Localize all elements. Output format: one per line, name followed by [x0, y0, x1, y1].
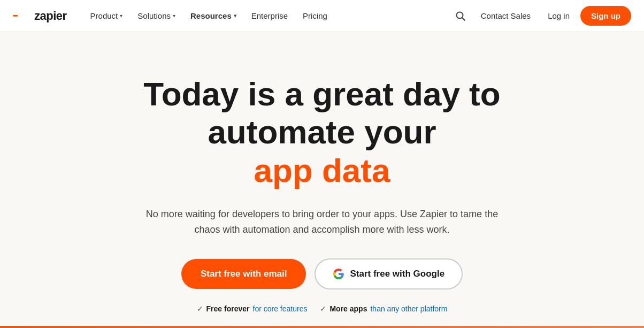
check-icon-2: ✓: [320, 304, 326, 313]
svg-line-2: [462, 18, 465, 20]
start-free-google-button[interactable]: Start free with Google: [315, 258, 463, 289]
bottom-accent-bar: [0, 326, 644, 328]
svg-rect-0: [13, 15, 18, 17]
zapier-logo-icon: [13, 11, 30, 21]
contact-sales-link[interactable]: Contact Sales: [474, 7, 537, 25]
hero-title-accent: app data: [254, 152, 390, 189]
nav-item-resources[interactable]: Resources ▾: [184, 7, 243, 25]
hero-section: Today is a great day to automate your ap…: [0, 32, 644, 328]
logo-link[interactable]: zapier: [13, 9, 67, 23]
search-icon[interactable]: [451, 6, 470, 26]
nav-item-enterprise[interactable]: Enterprise: [245, 7, 294, 25]
navbar: zapier Product ▾ Solutions ▾ Resources ▾…: [0, 0, 644, 32]
svg-point-1: [456, 12, 463, 18]
hero-cta-row: Start free with email Start free with Go…: [181, 258, 463, 289]
chevron-down-icon: ▾: [234, 13, 236, 19]
hero-subtitle: No more waiting for developers to bring …: [135, 207, 509, 238]
core-features-link[interactable]: for core features: [253, 304, 308, 313]
start-free-email-button[interactable]: Start free with email: [181, 259, 306, 289]
chevron-down-icon: ▾: [173, 13, 175, 19]
chevron-down-icon: ▾: [120, 13, 122, 19]
nav-item-solutions[interactable]: Solutions ▾: [131, 7, 182, 25]
other-platform-link[interactable]: than any other platform: [370, 304, 447, 313]
login-link[interactable]: Log in: [541, 7, 576, 25]
hero-footer-row: ✓ Free forever for core features ✓ More …: [197, 304, 448, 313]
signup-button[interactable]: Sign up: [580, 6, 631, 26]
hero-footer-free: ✓ Free forever for core features: [197, 304, 308, 313]
nav-links: Product ▾ Solutions ▾ Resources ▾ Enterp…: [84, 7, 451, 25]
check-icon: ✓: [197, 304, 203, 313]
free-forever-label: Free forever: [206, 304, 250, 313]
nav-right: Contact Sales Log in Sign up: [451, 6, 631, 26]
google-logo-icon: [333, 268, 344, 280]
logo-wordmark: zapier: [34, 9, 67, 23]
nav-item-product[interactable]: Product ▾: [84, 7, 129, 25]
nav-item-pricing[interactable]: Pricing: [296, 7, 334, 25]
hero-title: Today is a great day to automate your ap…: [143, 75, 500, 189]
hero-footer-apps: ✓ More apps than any other platform: [320, 304, 447, 313]
more-apps-label: More apps: [329, 304, 367, 313]
